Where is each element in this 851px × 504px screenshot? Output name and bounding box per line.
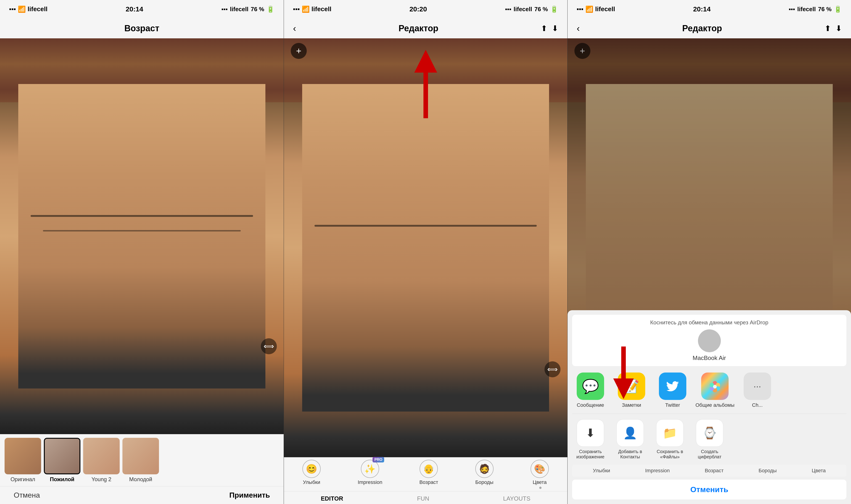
- signal-icon-mid: ▪▪▪: [293, 5, 300, 13]
- filter-label-young: Молодой: [129, 476, 152, 483]
- status-left-info-right: ▪▪▪ 📶 lifecell: [577, 5, 615, 13]
- partial-label-age: Возраст: [705, 468, 724, 474]
- face-area-mid: [302, 84, 549, 412]
- filter-young[interactable]: Молодой: [122, 438, 159, 483]
- share-icon-mid[interactable]: ⬆: [541, 24, 547, 33]
- arrow-up-triangle: [414, 50, 437, 73]
- signal2-icon-right: ▪▪▪: [788, 6, 795, 13]
- carrier-right: lifecell: [595, 5, 615, 13]
- effect-icon-age: 👴: [420, 460, 438, 478]
- arrow-up-overlay: [414, 50, 437, 118]
- app-icon-photos: [701, 373, 729, 400]
- filter-row-left: Оригинал Пожилой Young 2 М: [0, 434, 284, 486]
- back-btn-mid[interactable]: ‹: [293, 23, 296, 34]
- action-add-contact[interactable]: 👤 Добавить в Контакты: [612, 419, 649, 460]
- nav-title-mid: Редактор: [398, 23, 438, 33]
- airdrop-avatar: [698, 329, 721, 352]
- filter-thumb-young2: [83, 438, 120, 474]
- effect-impression[interactable]: PRO ✨ Impression: [358, 460, 382, 489]
- signal-icon: ▪▪▪: [9, 5, 16, 13]
- filter-label-old: Пожилой: [50, 476, 74, 483]
- cancel-btn-left[interactable]: Отмена: [14, 491, 40, 500]
- filter-young2[interactable]: Young 2: [83, 438, 120, 483]
- download-icon-right[interactable]: ⬇: [835, 24, 842, 33]
- download-icon-mid[interactable]: ⬇: [552, 24, 558, 33]
- app-more[interactable]: ··· Ch...: [739, 373, 776, 408]
- app-messages[interactable]: 💬 Сообщение: [572, 373, 609, 408]
- effect-age[interactable]: 👴 Возраст: [419, 460, 438, 489]
- app-icon-messages: 💬: [577, 373, 604, 400]
- app-twitter[interactable]: Twitter: [654, 373, 691, 408]
- action-label-add-contact: Добавить в Контакты: [614, 449, 646, 460]
- filter-label-young2: Young 2: [91, 476, 111, 483]
- glasses2-left: [31, 215, 253, 217]
- tab-layouts[interactable]: LAYOUTS: [503, 495, 530, 502]
- filter-img-young: [122, 438, 159, 474]
- effects-row-mid: 😊 Улыбки PRO ✨ Impression 👴 Возраст 🧔 Бо…: [284, 457, 567, 491]
- battery-icon-right: 🔋: [834, 5, 842, 13]
- battery-icon-left: 🔋: [267, 5, 274, 13]
- apply-btn-left[interactable]: Применить: [229, 491, 270, 500]
- filter-thumb-old: [44, 438, 81, 474]
- status-bar-right-panel: ▪▪▪ 📶 lifecell 20:14 ▪▪▪ lifecell 76 % 🔋: [568, 0, 851, 18]
- signal-icon-right: ▪▪▪: [577, 5, 584, 13]
- nav-bar-left: Возраст: [0, 18, 284, 38]
- filter-old[interactable]: Пожилой: [44, 438, 81, 483]
- panel-editor-middle: ▪▪▪ 📶 lifecell 20:20 ▪▪▪ lifecell 76 % 🔋…: [284, 0, 567, 504]
- status-left-info: ▪▪▪ 📶 lifecell: [9, 5, 48, 13]
- app-photos[interactable]: Общие альбомы: [695, 373, 734, 408]
- photo-area-right: + Коснитесь для обмена данными через Air…: [568, 38, 851, 504]
- effect-icon-beards: 🧔: [475, 460, 494, 478]
- photo-area-mid: + ⟺: [284, 38, 567, 457]
- signal2-icon: ▪▪▪: [221, 6, 228, 13]
- filter-img-young2: [83, 438, 120, 474]
- filter-thumb-original: [4, 438, 41, 474]
- action-label-save-files: Сохранить в «Файлы»: [654, 449, 686, 460]
- wifi-icon: 📶: [18, 5, 26, 13]
- partial-label-smiles: Улыбки: [593, 468, 610, 474]
- photos-flower-icon: [707, 378, 723, 394]
- panel-age-filter: ▪▪▪ 📶 lifecell 20:14 ▪▪▪ lifecell 76 % 🔋…: [0, 0, 284, 504]
- nav-icons-right: ⬆ ⬇: [825, 24, 842, 33]
- effect-beards[interactable]: 🧔 Бороды: [475, 460, 494, 489]
- face-background-left: [0, 38, 284, 434]
- more-symbol: ···: [754, 381, 761, 392]
- watch-face-icon: ⌚: [696, 419, 723, 447]
- share-cancel-btn[interactable]: Отменить: [572, 480, 847, 500]
- filter-original[interactable]: Оригинал: [4, 438, 41, 483]
- action-watch-face[interactable]: ⌚ Создать циферблат: [691, 419, 728, 460]
- share-icon-right[interactable]: ⬆: [825, 24, 831, 33]
- drag-icon-mid[interactable]: ⟺: [545, 361, 561, 377]
- messages-symbol: 💬: [582, 378, 599, 394]
- drag-icon-left[interactable]: ⟺: [261, 338, 277, 354]
- app-label-more: Ch...: [752, 402, 763, 408]
- partial-label-colors: Цвета: [812, 468, 826, 474]
- bottom-area-left: Оригинал Пожилой Young 2 М: [0, 434, 284, 504]
- effect-icon-colors: 🎨: [531, 460, 549, 478]
- action-save-files[interactable]: 📁 Сохранить в «Файлы»: [652, 419, 688, 460]
- action-save-image[interactable]: ⬇ Сохранить изображение: [572, 419, 609, 460]
- bottom-area-mid: 😊 Улыбки PRO ✨ Impression 👴 Возраст 🧔 Бо…: [284, 457, 567, 504]
- partial-label-impression: Impression: [645, 468, 670, 474]
- app-label-twitter: Twitter: [665, 402, 680, 408]
- back-btn-right[interactable]: ‹: [577, 23, 580, 34]
- carrier-mid: lifecell: [312, 5, 332, 13]
- action-label-save-image: Сохранить изображение: [574, 449, 606, 460]
- photo-area-left: ⟺: [0, 38, 284, 434]
- effect-smiles[interactable]: 😊 Улыбки: [302, 460, 321, 489]
- tab-fun[interactable]: FUN: [417, 495, 429, 502]
- effect-label-age: Возраст: [419, 479, 438, 485]
- tab-editor[interactable]: EDITOR: [321, 495, 343, 502]
- sheet-divider-1: [572, 414, 847, 414]
- nav-title-right: Редактор: [682, 23, 722, 33]
- nav-icons-mid: ⬆ ⬇: [541, 24, 558, 33]
- plus-btn-mid[interactable]: +: [291, 43, 307, 59]
- carrier-left: lifecell: [28, 5, 48, 13]
- battery-mid: ▪▪▪ lifecell 76 % 🔋: [505, 5, 558, 13]
- filter-img-original: [4, 438, 41, 474]
- share-sheet-overlay: Коснитесь для обмена данными через AirDr…: [568, 38, 851, 504]
- app-label-notes: Заметки: [622, 402, 641, 408]
- drag-symbol-mid: ⟺: [547, 365, 558, 374]
- effect-icon-smiles: 😊: [302, 460, 321, 478]
- effect-colors[interactable]: 🎨 Цвета: [531, 460, 549, 489]
